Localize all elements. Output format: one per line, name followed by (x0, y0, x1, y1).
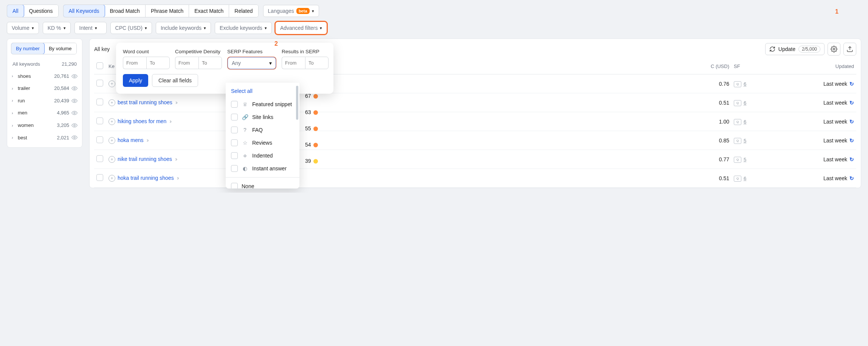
checkbox[interactable] (231, 127, 238, 133)
keyword-link[interactable]: nike trail running shoes (118, 156, 172, 162)
cell-sf[interactable]: Q6 (734, 176, 746, 182)
arrows-icon[interactable]: ›› (175, 156, 176, 162)
row-refresh-icon[interactable]: ↻ (849, 156, 854, 162)
keyword-link[interactable]: hiking shoes for men (118, 118, 166, 124)
dropdown-item-featured-snippet[interactable]: ♕ Featured snippet (226, 98, 299, 111)
keyword-link[interactable]: hoka trail running shoes (118, 175, 174, 181)
keyword-link[interactable]: hoka mens (118, 137, 143, 143)
cell-sf[interactable]: Q5 (734, 138, 746, 144)
arrows-icon[interactable]: ›› (146, 137, 147, 143)
col-cpc[interactable]: C (USD) (698, 59, 732, 74)
col-updated[interactable]: Updated (800, 59, 856, 74)
row-refresh-icon[interactable]: ↻ (849, 175, 854, 181)
sidebar-item-best[interactable]: › best 2,021 (10, 131, 79, 144)
apply-button[interactable]: Apply (123, 74, 148, 87)
scrollbar[interactable] (296, 86, 298, 120)
tab-all-keywords[interactable]: All Keywords (63, 5, 105, 17)
dropdown-item-faq[interactable]: ? FAQ (226, 124, 299, 136)
results-from-input[interactable] (282, 57, 305, 69)
tab-questions[interactable]: Questions (24, 5, 58, 17)
eye-icon[interactable] (71, 122, 78, 128)
add-icon[interactable]: + (108, 118, 115, 125)
sidebar-item-shoes[interactable]: › shoes 20,761 (10, 70, 79, 82)
sidebar-item-women[interactable]: › women 3,205 (10, 119, 79, 131)
select-all-link[interactable]: Select all (226, 86, 299, 98)
filter-include-keywords[interactable]: Include keywords ▾ (156, 22, 211, 34)
filter-cpc[interactable]: CPC (USD) ▾ (110, 22, 152, 34)
sidebar-all-keywords-header[interactable]: All keywords 21,290 (10, 58, 79, 70)
keyword-link[interactable]: best trail running shoes (118, 99, 172, 105)
update-button[interactable]: Update 2/5,000 (765, 43, 825, 55)
cell-sf[interactable]: Q6 (734, 100, 746, 106)
row-checkbox[interactable] (96, 80, 103, 86)
comp-density-from-input[interactable] (175, 57, 198, 69)
cell-kd: 54 (305, 142, 318, 148)
tab-broad-match[interactable]: Broad Match (105, 5, 146, 17)
filter-advanced[interactable]: Advanced filters ▾ (276, 22, 327, 34)
cell-sf[interactable]: Q6 (734, 119, 746, 125)
cell-sf[interactable]: Q6 (734, 81, 746, 87)
eye-icon[interactable] (71, 97, 78, 104)
dropdown-item-indented[interactable]: ⎆ Indented (226, 149, 299, 162)
row-refresh-icon[interactable]: ↻ (849, 81, 854, 87)
arrows-icon[interactable]: ›› (177, 175, 178, 181)
tab-exact-match[interactable]: Exact Match (189, 5, 229, 17)
row-checkbox[interactable] (96, 117, 103, 124)
select-all-checkbox[interactable] (96, 62, 103, 69)
row-checkbox[interactable] (96, 99, 103, 105)
checkbox[interactable] (231, 114, 238, 120)
eye-icon[interactable] (71, 134, 78, 141)
arrows-icon[interactable]: ›› (175, 99, 177, 105)
row-refresh-icon[interactable]: ↻ (849, 100, 854, 106)
clear-all-button[interactable]: Clear all fields (152, 74, 198, 87)
row-checkbox[interactable] (96, 155, 103, 162)
results-to-input[interactable] (305, 57, 329, 69)
add-icon[interactable]: + (108, 99, 115, 106)
dropdown-item-none[interactable]: None (226, 180, 299, 188)
svg-point-3 (74, 112, 75, 114)
row-checkbox[interactable] (96, 136, 103, 143)
sidebar-item-men[interactable]: › men 4,965 (10, 107, 79, 119)
filter-kd[interactable]: KD % ▾ (43, 22, 71, 34)
row-refresh-icon[interactable]: ↻ (849, 137, 854, 144)
languages-dropdown[interactable]: Languages beta ▾ (263, 5, 319, 17)
checkbox[interactable] (231, 139, 238, 146)
settings-button[interactable] (828, 43, 840, 56)
tab-all[interactable]: All (7, 5, 24, 17)
add-icon[interactable]: + (108, 156, 115, 163)
tab-related[interactable]: Related (229, 5, 258, 17)
col-sf[interactable]: SF (732, 59, 766, 74)
add-icon[interactable]: + (108, 137, 115, 144)
arrows-icon[interactable]: ›› (169, 118, 170, 124)
export-button[interactable] (843, 43, 856, 56)
languages-label: Languages (268, 8, 294, 14)
content-area: By number By volume All keywords 21,290 … (7, 39, 861, 188)
serp-features-select[interactable]: Any ▾ (227, 57, 276, 70)
eye-icon[interactable] (71, 110, 78, 116)
cell-sf[interactable]: Q5 (734, 157, 746, 163)
sidebar-tab-by-number[interactable]: By number (11, 43, 45, 54)
word-count-from-input[interactable] (123, 57, 146, 69)
add-icon[interactable]: + (108, 80, 115, 87)
dropdown-item-instant-answer[interactable]: ◐ Instant answer (226, 162, 299, 175)
eye-icon[interactable] (71, 73, 78, 79)
row-checkbox[interactable] (96, 174, 103, 181)
checkbox[interactable] (231, 165, 238, 172)
dropdown-item-reviews[interactable]: ☆ Reviews (226, 136, 299, 149)
dropdown-item-site-links[interactable]: 🔗 Site links (226, 111, 299, 124)
tab-phrase-match[interactable]: Phrase Match (146, 5, 189, 17)
add-icon[interactable]: + (108, 175, 115, 182)
checkbox[interactable] (231, 152, 238, 159)
checkbox[interactable] (231, 183, 238, 188)
filter-exclude-keywords[interactable]: Exclude keywords ▾ (215, 22, 272, 34)
word-count-to-input[interactable] (146, 57, 170, 69)
checkbox[interactable] (231, 101, 238, 108)
row-refresh-icon[interactable]: ↻ (849, 119, 854, 125)
sidebar-item-run[interactable]: › run 20,439 (10, 94, 79, 107)
sidebar-tab-by-volume[interactable]: By volume (44, 43, 76, 54)
sidebar-item-trailer[interactable]: › trailer 20,584 (10, 82, 79, 95)
eye-icon[interactable] (71, 85, 78, 92)
filter-intent[interactable]: Intent ▾ (74, 22, 107, 34)
comp-density-to-input[interactable] (198, 57, 222, 69)
filter-volume[interactable]: Volume ▾ (7, 22, 39, 34)
